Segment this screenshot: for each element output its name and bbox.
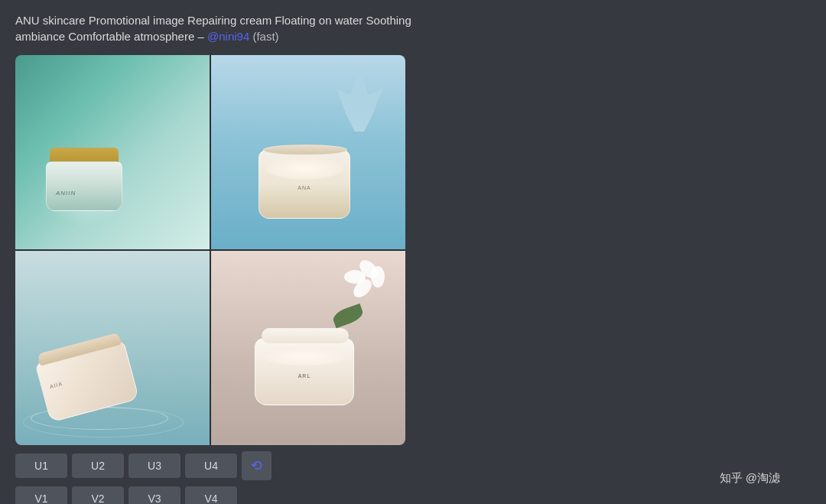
image-cell-tr: ANA	[211, 55, 405, 249]
jar-lid-br	[262, 328, 349, 343]
watermark: 知乎 @淘滤	[720, 471, 780, 486]
v2-button[interactable]: V2	[72, 486, 124, 504]
jar-outer-tr: ANA	[259, 150, 350, 219]
cream-fill-tr	[265, 157, 343, 180]
u1-button[interactable]: U1	[15, 454, 67, 478]
petal-3	[371, 266, 385, 288]
jar-tr: ANA	[259, 150, 358, 226]
speed-tag: (fast)	[252, 30, 278, 43]
jar-body-tl: ANIIN	[46, 161, 122, 211]
refresh-button[interactable]: ⟳	[242, 451, 272, 480]
prompt-separator: –	[197, 30, 207, 43]
flower-group	[329, 262, 390, 324]
v3-button[interactable]: V3	[128, 486, 180, 504]
refresh-icon: ⟳	[251, 457, 262, 474]
image-cell-br: ARL	[211, 251, 405, 445]
image-grid: ANIIN ANA AIIA	[15, 55, 405, 445]
upscale-buttons-row: U1 U2 U3 U4 ⟳	[15, 451, 444, 480]
jar-rim-tr	[263, 145, 347, 155]
variation-buttons-row: V1 V2 V3 V4	[15, 486, 444, 504]
v1-button[interactable]: V1	[15, 486, 67, 504]
jar-lid-bl	[37, 333, 122, 366]
splash-tr	[337, 70, 382, 132]
leaf-1	[331, 304, 365, 328]
jar-label-bl: AIIA	[49, 381, 63, 389]
jar-label-br: ARL	[298, 373, 311, 379]
jar-label-tr: ANA	[298, 185, 311, 190]
flower-decoration	[329, 262, 390, 324]
image-cell-tl: ANIIN	[15, 55, 210, 249]
u4-button[interactable]: U4	[185, 454, 237, 478]
jar-tl: ANIIN	[46, 161, 130, 219]
prompt-text: ANU skincare Promotional image Repairing…	[15, 12, 444, 44]
cream-fill-br	[263, 346, 346, 366]
jar-label-tl: ANIIN	[56, 190, 76, 197]
jar-body-bl: AIIA	[35, 340, 140, 422]
u2-button[interactable]: U2	[72, 454, 124, 478]
content-area: ANU skincare Promotional image Repairing…	[15, 12, 444, 504]
username: @nini94	[207, 30, 249, 43]
watermark-text: 知乎 @淘滤	[720, 471, 780, 484]
jar-br: ARL	[255, 338, 362, 415]
image-cell-bl: AIIA	[15, 251, 210, 445]
u3-button[interactable]: U3	[128, 454, 180, 478]
v4-button[interactable]: V4	[185, 486, 237, 504]
jar-body-br: ARL	[255, 338, 354, 405]
